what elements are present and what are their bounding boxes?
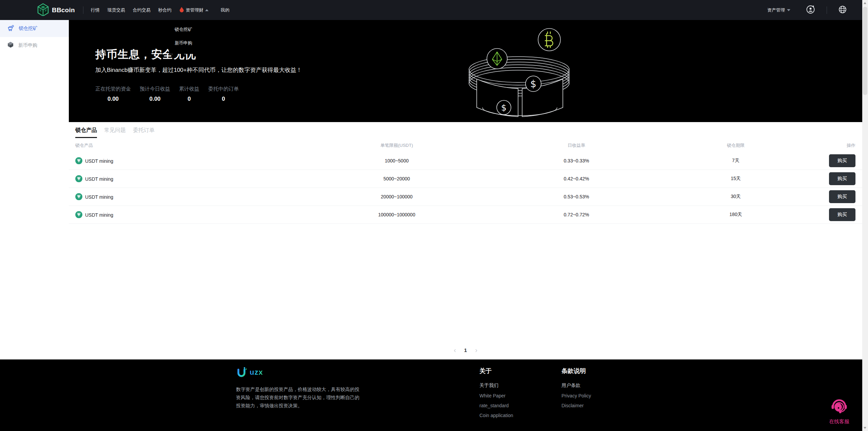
period-value: 30天 bbox=[634, 194, 837, 200]
nav-menu: 行情 现货交易 合约交易 秒合约 资管理财 我的 bbox=[91, 7, 237, 14]
footer-link-disclaimer[interactable]: Disclaimer bbox=[561, 403, 591, 408]
brand-logo[interactable]: BBcoin bbox=[37, 3, 75, 17]
bbcoin-cube-icon bbox=[37, 3, 50, 17]
col-limit: 单笔限额(USDT) bbox=[295, 142, 498, 149]
top-navbar: BBcoin 行情 现货交易 合约交易 秒合约 资管理财 我的 资 bbox=[0, 0, 862, 20]
wealth-dropdown-menu: 锁仓挖矿 新币申购 bbox=[169, 20, 214, 54]
main-content: 锁仓产品 常见问题 委托订单 锁仓产品 单笔限额(USDT) 日收益率 锁仓期限… bbox=[69, 122, 862, 359]
buy-button[interactable]: 购买 bbox=[829, 154, 855, 167]
nav-item-mine[interactable]: 我的 bbox=[221, 7, 230, 13]
table-row: USDT mining 100000~1000000 0.72~0.72% 18… bbox=[69, 206, 862, 224]
chevron-up-icon bbox=[205, 9, 209, 11]
nav-divider bbox=[83, 6, 83, 14]
tether-icon bbox=[75, 157, 82, 164]
page: BBcoin 行情 现货交易 合约交易 秒合约 资管理财 我的 资 bbox=[0, 0, 868, 431]
period-value: 7天 bbox=[634, 158, 837, 164]
scroll-down-icon[interactable] bbox=[864, 427, 866, 429]
buy-button[interactable]: 购买 bbox=[829, 172, 855, 185]
buy-button[interactable]: 购买 bbox=[829, 208, 855, 221]
tether-icon bbox=[75, 175, 82, 182]
nav-right: 资产管理 bbox=[767, 5, 847, 15]
current-page[interactable]: 1 bbox=[464, 347, 467, 353]
limit-value: 1000~5000 bbox=[295, 158, 498, 163]
scrollbar-thumb[interactable] bbox=[863, 7, 867, 95]
col-product: 锁仓产品 bbox=[75, 142, 279, 149]
btc-coin bbox=[538, 28, 560, 51]
eth-coin bbox=[487, 48, 507, 69]
nav-item-second-contract[interactable]: 秒合约 bbox=[158, 7, 172, 13]
tabs-bar: 锁仓产品 常见问题 委托订单 bbox=[75, 127, 155, 138]
uzx-wordmark: uzx bbox=[250, 368, 263, 377]
cube-box-icon bbox=[7, 41, 14, 50]
product-name: USDT mining bbox=[85, 194, 113, 199]
table-row: USDT mining 5000~20000 0.42~0.42% 15天 购买 bbox=[69, 170, 862, 188]
tether-icon bbox=[75, 211, 82, 218]
brand-name: BBcoin bbox=[52, 6, 75, 14]
buy-button[interactable]: 购买 bbox=[829, 190, 855, 203]
nav-item-contract-trade[interactable]: 合约交易 bbox=[133, 7, 151, 13]
footer-link-privacy-policy[interactable]: Privacy Policy bbox=[561, 393, 591, 398]
col-action: 操作 bbox=[788, 142, 855, 149]
scroll-up-icon[interactable] bbox=[864, 2, 866, 4]
svg-text:$: $ bbox=[501, 103, 507, 113]
flame-icon bbox=[179, 7, 184, 14]
period-value: 180天 bbox=[634, 212, 837, 218]
chevron-down-icon bbox=[787, 9, 790, 11]
table-row: USDT mining 1000~5000 0.33~0.33% 7天 购买 bbox=[69, 152, 862, 170]
footer-link-rate-standard[interactable]: rate_standard bbox=[479, 403, 513, 408]
nav-item-market[interactable]: 行情 bbox=[91, 7, 100, 13]
dropdown-item-new-coin[interactable]: 新币申购 bbox=[169, 36, 214, 50]
footer-brand-block: uzx 数字资产是创新的投资产品，价格波动较大，具有较高的投资风险，请您投资前对… bbox=[236, 367, 360, 410]
table-row: USDT mining 20000~100000 0.53~0.53% 30天 … bbox=[69, 188, 862, 206]
stat-custody-funds: 正在托管的资金 0.00 bbox=[95, 86, 131, 102]
limit-value: 5000~20000 bbox=[295, 176, 498, 181]
footer-column-about: 关于 关于我们 White Paper rate_standard Coin a… bbox=[479, 367, 513, 423]
stat-total-profit: 累计收益 0 bbox=[179, 86, 199, 102]
tab-lockup-products[interactable]: 锁仓产品 bbox=[75, 127, 97, 138]
mining-cart-icon bbox=[7, 24, 14, 33]
footer-disclaimer-text: 数字资产是创新的投资产品，价格波动较大，具有较高的投资风险，请您投资前对数字资产… bbox=[236, 385, 360, 410]
globe-language-icon[interactable] bbox=[839, 5, 847, 15]
pagination: ‹ 1 › bbox=[69, 347, 862, 353]
stat-pending-orders: 委托中的订单 0 bbox=[208, 86, 239, 102]
footer-column-terms: 条款说明 用户条款 Privacy Policy Disclaimer bbox=[561, 367, 591, 413]
hero-subtitle: 加入Binancb赚币新变革，超过100+种不同代币，让您的数字资产获得最大收益… bbox=[95, 66, 302, 74]
hero-stats: 正在托管的资金 0.00 预计今日收益 0.00 累计收益 0 委托中的订单 0 bbox=[95, 86, 239, 102]
footer-column-title: 关于 bbox=[479, 367, 513, 375]
dollar-coin: $ bbox=[497, 100, 511, 115]
nav-left: BBcoin 行情 现货交易 合约交易 秒合约 资管理财 我的 bbox=[37, 3, 237, 17]
customer-service-headset-icon bbox=[830, 397, 848, 416]
nav-item-wealth[interactable]: 资管理财 bbox=[179, 7, 209, 14]
period-value: 15天 bbox=[634, 176, 837, 182]
product-name: USDT mining bbox=[85, 176, 113, 181]
sidebar-item-label: 锁仓挖矿 bbox=[19, 25, 38, 32]
svg-text:$: $ bbox=[530, 78, 536, 90]
sidebar: 锁仓挖矿 新币申购 bbox=[0, 20, 69, 359]
footer-column-title: 条款说明 bbox=[561, 367, 591, 375]
uzx-logo: uzx bbox=[236, 367, 360, 378]
online-customer-service[interactable]: 在线客服 bbox=[825, 397, 854, 425]
stat-today-profit: 预计今日收益 0.00 bbox=[140, 86, 170, 102]
table-header: 锁仓产品 单笔限额(USDT) 日收益率 锁仓期限 操作 bbox=[69, 142, 862, 152]
service-label: 在线客服 bbox=[829, 418, 849, 425]
next-page-icon[interactable]: › bbox=[475, 347, 477, 353]
tab-faq[interactable]: 常见问题 bbox=[104, 127, 126, 138]
nav-item-spot-trade[interactable]: 现货交易 bbox=[107, 7, 125, 13]
footer-link-about-us[interactable]: 关于我们 bbox=[479, 383, 513, 389]
tether-icon bbox=[75, 193, 82, 200]
coins-basket-illustration: $ $ bbox=[464, 22, 576, 122]
user-avatar-icon[interactable] bbox=[806, 5, 815, 15]
product-name: USDT mining bbox=[85, 158, 113, 163]
sidebar-item-new-coin[interactable]: 新币申购 bbox=[0, 37, 69, 54]
tab-delegated-orders[interactable]: 委托订单 bbox=[133, 127, 155, 138]
prev-page-icon[interactable]: ‹ bbox=[454, 347, 456, 353]
dropdown-item-lockup-mining[interactable]: 锁仓挖矿 bbox=[169, 23, 214, 36]
footer-link-coin-application[interactable]: Coin application bbox=[479, 413, 513, 418]
dollar-coin: $ bbox=[526, 76, 541, 92]
asset-management-menu[interactable]: 资产管理 bbox=[767, 7, 790, 13]
page-scrollbar[interactable] bbox=[862, 0, 868, 431]
sidebar-item-lockup-mining[interactable]: 锁仓挖矿 bbox=[0, 20, 69, 37]
footer-link-white-paper[interactable]: White Paper bbox=[479, 393, 513, 398]
footer-link-user-terms[interactable]: 用户条款 bbox=[561, 383, 591, 389]
footer: uzx 数字资产是创新的投资产品，价格波动较大，具有较高的投资风险，请您投资前对… bbox=[0, 359, 862, 431]
